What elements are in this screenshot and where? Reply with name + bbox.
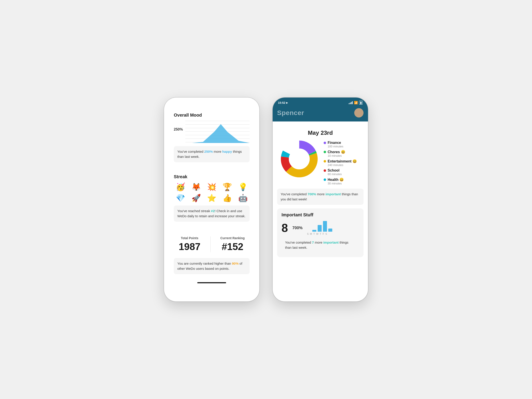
day-w-label: W xyxy=(316,233,318,235)
streak-title: Streak xyxy=(174,174,250,179)
right-phone: 15:52 ▶ 📶 ▮ Spencer May 23rd xyxy=(273,98,368,301)
bar-m-fill xyxy=(312,230,316,232)
mood-percentage: 250% xyxy=(174,127,183,132)
mood-card: Overall Mood 250% You've complete xyxy=(169,109,254,166)
important-info-word: important xyxy=(323,241,338,244)
time-display: 15:52 xyxy=(278,101,285,104)
completion-middle: more xyxy=(316,192,326,196)
day-s2-label: S xyxy=(325,233,327,235)
streak-emoji-9: 👍 xyxy=(221,194,234,202)
chores-label: Chores 😄 xyxy=(328,150,345,154)
day-t2: T xyxy=(320,233,321,235)
chart-lines xyxy=(185,121,250,143)
day-f: F xyxy=(323,233,324,235)
legend-list: Finance 100 minutes Chores 😄 10 minutes … xyxy=(324,139,361,185)
legend-school: School 80 minutes xyxy=(324,168,361,176)
legend-entertainment: Entertainment 😄 240 minutes xyxy=(324,159,361,167)
bar-row xyxy=(307,221,359,232)
streak-emoji-grid: 🥳 🦊 💥 🏆 💡 💎 🚀 ⭐ 👍 🤖 xyxy=(174,183,250,202)
important-header: 8 700% xyxy=(282,221,359,235)
points-pct-highlight: 90% xyxy=(232,262,239,265)
bar-t1 xyxy=(318,225,322,232)
streak-emoji-4: 🏆 xyxy=(221,183,234,191)
streak-emoji-3: 💥 xyxy=(205,183,218,191)
chores-dot xyxy=(324,151,326,153)
total-points-label: Total Points xyxy=(179,236,200,240)
avatar xyxy=(354,108,364,117)
streak-emoji-1: 🥳 xyxy=(174,183,187,191)
mood-chart: 250% xyxy=(174,121,250,143)
completion-info-box: You've completed 700% more important thi… xyxy=(277,189,364,205)
day-t2-label: T xyxy=(320,233,321,235)
svg-point-6 xyxy=(289,149,310,169)
important-count: 8 xyxy=(282,221,288,234)
mood-info-box: You've completed 250% more happy things … xyxy=(174,146,250,162)
mood-info-middle: more xyxy=(213,150,222,153)
day-s1-label: S xyxy=(307,233,309,235)
mood-title: Overall Mood xyxy=(174,113,250,118)
bar-w xyxy=(323,221,327,232)
legend-health: Health 😄 30 minutes xyxy=(324,177,361,185)
bar-w-fill xyxy=(323,221,327,232)
day-f-label: F xyxy=(323,233,324,235)
left-phone: Overall Mood 250% You've complete xyxy=(164,98,259,301)
mood-word-highlight: happy xyxy=(222,150,232,153)
day-m: M xyxy=(310,233,312,235)
bar-m xyxy=(312,230,316,232)
health-minutes: 30 minutes xyxy=(324,182,361,185)
streak-card: Streak 🥳 🦊 💥 🏆 💡 💎 🚀 ⭐ 👍 🤖 You've reache… xyxy=(169,170,254,226)
points-info-before: You are currently ranked higher than xyxy=(177,262,232,265)
total-points-value: 1987 xyxy=(179,241,200,252)
entertainment-label: Entertainment 😄 xyxy=(328,159,357,163)
status-bar: 15:52 ▶ 📶 ▮ xyxy=(273,98,368,106)
chart-legend-section: Finance 100 minutes Chores 😄 10 minutes … xyxy=(277,139,364,189)
left-phone-content: Overall Mood 250% You've complete xyxy=(164,98,259,278)
finance-label: Finance xyxy=(328,141,341,145)
status-bar-right: 📶 ▮ xyxy=(349,101,363,105)
date-title: May 23rd xyxy=(277,126,364,139)
school-minutes: 80 minutes xyxy=(324,172,361,176)
streak-emoji-5: 💡 xyxy=(236,183,250,191)
school-dot xyxy=(324,169,326,172)
health-dot xyxy=(324,178,326,181)
day-m-label: M xyxy=(310,233,312,235)
important-info-count: 7 xyxy=(312,241,314,244)
important-info-middle: more xyxy=(314,241,323,244)
finance-dot xyxy=(324,142,326,144)
status-bar-left: 15:52 ▶ xyxy=(278,101,288,104)
user-name: Spencer xyxy=(277,109,304,117)
points-divider xyxy=(210,236,211,252)
completion-word: important xyxy=(325,192,341,196)
day-t1-label: T xyxy=(313,233,315,235)
points-info-box: You are currently ranked higher than 90%… xyxy=(174,258,250,274)
day-t1: T xyxy=(313,233,315,235)
streak-number: #2 xyxy=(211,209,215,213)
mood-info-before: You've completed xyxy=(177,150,204,153)
wifi-icon: 📶 xyxy=(354,101,358,104)
ranking-value: #152 xyxy=(220,241,245,252)
app-header: Spencer xyxy=(273,106,368,121)
day-w: W xyxy=(316,233,318,235)
signal-icon xyxy=(349,101,353,104)
streak-info-box: You've reached streak #2! Check in and u… xyxy=(174,205,250,222)
completion-before: You've completed xyxy=(281,192,308,196)
day-labels: S M T W T xyxy=(307,233,359,235)
entertainment-minutes: 240 minutes xyxy=(324,163,361,167)
total-points-block: Total Points 1987 xyxy=(179,236,200,252)
legend-chores: Chores 😄 10 minutes xyxy=(324,150,361,157)
important-info-before: You've completed xyxy=(285,241,312,244)
ranking-label: Current Ranking xyxy=(220,236,245,240)
bar-chart: S M T W T xyxy=(307,221,359,235)
health-label: Health 😄 xyxy=(328,177,344,182)
important-title: Important Stuff xyxy=(282,212,359,217)
points-row: Total Points 1987 Current Ranking #152 xyxy=(174,234,250,255)
battery-icon: ▮ xyxy=(359,101,363,105)
finance-minutes: 100 minutes xyxy=(324,145,361,148)
svg-marker-0 xyxy=(185,124,250,143)
bar-t1-fill xyxy=(318,225,322,232)
streak-info-before: You've reached streak xyxy=(177,209,211,213)
entertainment-dot xyxy=(324,160,326,163)
day-s2: S xyxy=(325,233,327,235)
day-s1: S xyxy=(307,233,309,235)
important-percentage: 700% xyxy=(292,226,303,230)
